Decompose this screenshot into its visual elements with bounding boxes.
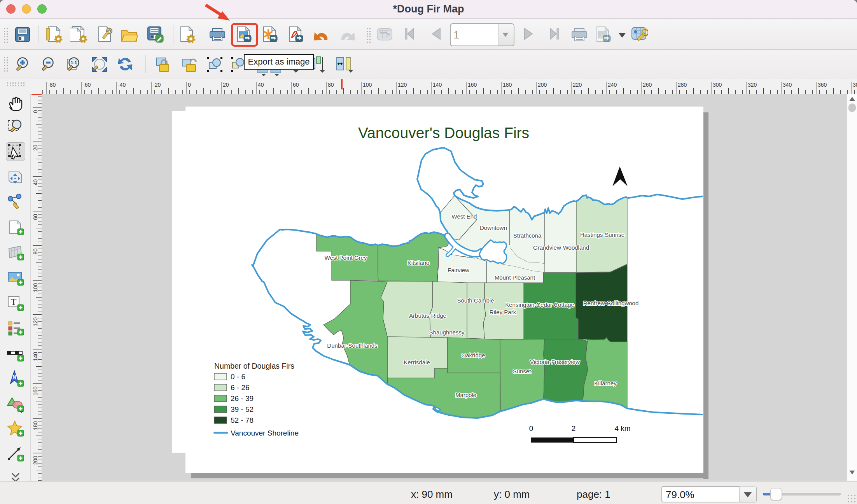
svg-text:240: 240 bbox=[608, 82, 617, 88]
svg-text:160: 160 bbox=[468, 82, 477, 88]
svg-text:1:1: 1:1 bbox=[71, 60, 77, 65]
svg-text:Mount Pleasant: Mount Pleasant bbox=[495, 274, 535, 281]
svg-text:Vancouver Shoreline: Vancouver Shoreline bbox=[231, 429, 299, 437]
svg-text:Renfrew-Collingwood: Renfrew-Collingwood bbox=[583, 300, 639, 306]
svg-text:160: 160 bbox=[32, 387, 38, 396]
svg-text:120: 120 bbox=[32, 317, 38, 327]
svg-text:200: 200 bbox=[32, 456, 38, 465]
svg-text:60: 60 bbox=[293, 82, 299, 88]
svg-text:Dunbar-Southlands: Dunbar-Southlands bbox=[327, 342, 377, 349]
svg-text:-40: -40 bbox=[118, 82, 126, 88]
svg-text:Grandview-Woodland: Grandview-Woodland bbox=[533, 244, 589, 251]
svg-text:-20: -20 bbox=[153, 82, 161, 88]
svg-text:West Point Grey: West Point Grey bbox=[325, 254, 367, 261]
svg-text:180: 180 bbox=[32, 421, 38, 430]
svg-text:180: 180 bbox=[503, 82, 512, 88]
svg-text:N: N bbox=[12, 374, 16, 380]
svg-text:Victoria-Fraserview: Victoria-Fraserview bbox=[530, 359, 580, 365]
svg-text:280: 280 bbox=[678, 82, 687, 88]
svg-text:Vancouver's Douglas Firs: Vancouver's Douglas Firs bbox=[358, 124, 529, 141]
svg-text:Strathcona: Strathcona bbox=[513, 232, 542, 239]
svg-text:Killarney: Killarney bbox=[594, 380, 617, 387]
svg-text:Marpole: Marpole bbox=[455, 392, 476, 398]
svg-text:Shaughnessy: Shaughnessy bbox=[429, 329, 465, 336]
svg-text:80: 80 bbox=[32, 248, 38, 255]
svg-text:West End: West End bbox=[452, 213, 477, 220]
svg-text:T: T bbox=[11, 297, 17, 307]
svg-text:26 - 39: 26 - 39 bbox=[231, 394, 254, 402]
svg-text:360: 360 bbox=[818, 82, 827, 88]
svg-text:Number of Douglas Firs: Number of Douglas Firs bbox=[214, 362, 294, 370]
svg-text:120: 120 bbox=[398, 82, 407, 88]
svg-text:Kerrisdale: Kerrisdale bbox=[404, 359, 430, 366]
svg-text:140: 140 bbox=[433, 82, 442, 88]
svg-text:40: 40 bbox=[258, 82, 264, 88]
svg-text:0: 0 bbox=[32, 110, 38, 113]
svg-text:380: 380 bbox=[853, 82, 857, 88]
svg-text:220: 220 bbox=[573, 82, 582, 88]
svg-text:0: 0 bbox=[188, 82, 191, 88]
svg-text:100: 100 bbox=[32, 283, 38, 292]
svg-text:39 - 52: 39 - 52 bbox=[231, 405, 254, 413]
svg-text:80: 80 bbox=[328, 82, 334, 88]
svg-text:340: 340 bbox=[783, 82, 792, 88]
svg-text:Kensington-Cedar Cottage: Kensington-Cedar Cottage bbox=[505, 301, 574, 308]
svg-text:6 - 26: 6 - 26 bbox=[231, 383, 250, 392]
svg-text:Kitsilano: Kitsilano bbox=[408, 259, 430, 266]
svg-text:52 - 78: 52 - 78 bbox=[231, 416, 254, 424]
svg-text:40: 40 bbox=[32, 179, 38, 186]
svg-text:100: 100 bbox=[363, 82, 372, 88]
svg-text:Riley Park: Riley Park bbox=[490, 309, 516, 315]
svg-text:2: 2 bbox=[572, 424, 576, 432]
svg-text:Downtown: Downtown bbox=[480, 224, 507, 231]
svg-text:Oakridge: Oakridge bbox=[462, 352, 485, 359]
svg-text:South Cambie: South Cambie bbox=[457, 297, 494, 304]
svg-text:Sunset: Sunset bbox=[513, 368, 532, 374]
svg-text:20: 20 bbox=[32, 145, 38, 151]
svg-text:60: 60 bbox=[32, 214, 38, 220]
svg-text:300: 300 bbox=[713, 82, 722, 88]
svg-text:0 - 6: 0 - 6 bbox=[231, 373, 245, 381]
svg-text:Fairview: Fairview bbox=[448, 267, 469, 273]
svg-text:0: 0 bbox=[529, 424, 533, 432]
svg-text:200: 200 bbox=[538, 82, 547, 88]
svg-text:Arbutus-Ridge: Arbutus-Ridge bbox=[409, 312, 446, 319]
svg-text:-80: -80 bbox=[48, 82, 56, 88]
svg-text:260: 260 bbox=[643, 82, 652, 88]
svg-text:320: 320 bbox=[748, 82, 757, 88]
svg-text:-60: -60 bbox=[83, 82, 91, 88]
svg-text:140: 140 bbox=[32, 352, 38, 361]
svg-text:Hastings-Sunrise: Hastings-Sunrise bbox=[580, 231, 624, 238]
svg-text:4 km: 4 km bbox=[614, 424, 630, 432]
svg-text:20: 20 bbox=[223, 82, 229, 88]
